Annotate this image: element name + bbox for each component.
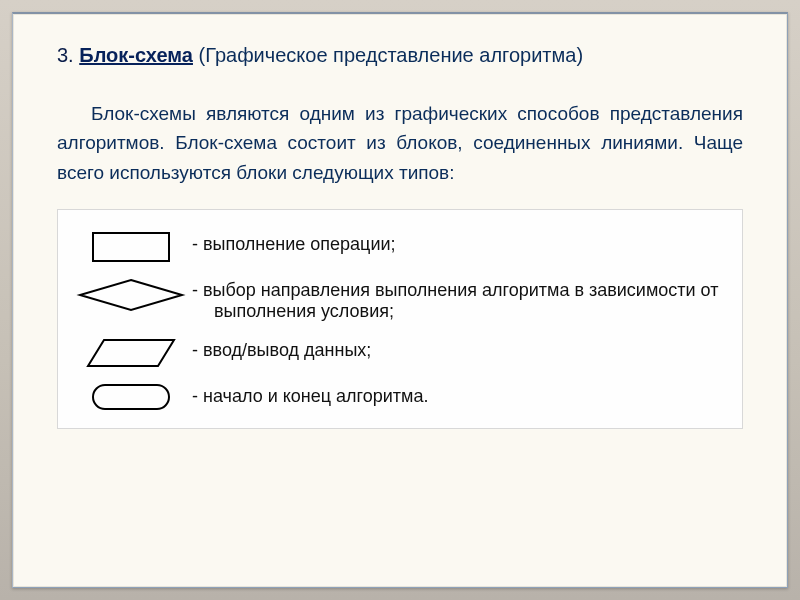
svg-rect-0 — [93, 233, 169, 261]
heading-term: Блок-схема — [79, 44, 193, 66]
process-rectangle-icon — [70, 232, 192, 262]
heading-number: 3. — [57, 44, 74, 66]
shape-label: - выполнение операции; — [192, 232, 730, 255]
heading-rest: (Графическое представление алгоритма) — [199, 44, 584, 66]
terminator-rounded-icon — [70, 384, 192, 410]
decision-rhombus-icon — [70, 278, 192, 312]
shape-row-decision: - выбор направления выполнения алгоритма… — [70, 278, 730, 322]
shape-label-line2: выполнения условия; — [192, 301, 730, 322]
shapes-block: - выполнение операции; - выбор направлен… — [57, 209, 743, 429]
paragraph: Блок-схемы являются одним из графических… — [57, 99, 743, 187]
shape-row-io: - ввод/вывод данных; — [70, 338, 730, 368]
io-parallelogram-icon — [70, 338, 192, 368]
shape-label: - начало и конец алгоритма. — [192, 384, 730, 407]
slide-frame: 3. Блок-схема (Графическое представление… — [12, 12, 788, 588]
svg-rect-3 — [93, 385, 169, 409]
shape-row-terminator: - начало и конец алгоритма. — [70, 384, 730, 410]
svg-marker-2 — [88, 340, 174, 366]
shape-row-process: - выполнение операции; — [70, 232, 730, 262]
heading: 3. Блок-схема (Графическое представление… — [57, 42, 743, 69]
shape-label-line1: - выбор направления выполнения алгоритма… — [192, 280, 718, 300]
shape-label: - ввод/вывод данных; — [192, 338, 730, 361]
slide-background: 3. Блок-схема (Графическое представление… — [0, 0, 800, 600]
svg-marker-1 — [80, 280, 182, 310]
shape-label: - выбор направления выполнения алгоритма… — [192, 278, 730, 322]
